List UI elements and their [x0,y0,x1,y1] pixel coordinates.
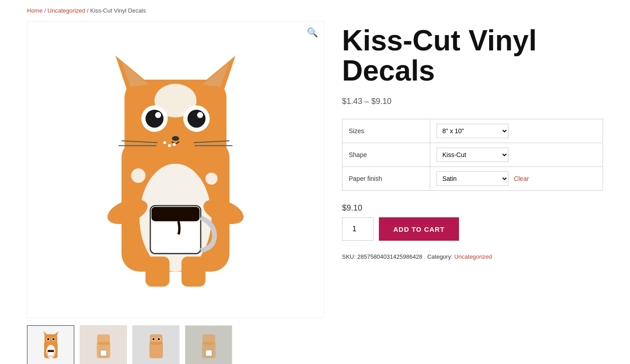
svg-point-49 [158,338,160,340]
breadcrumb-category[interactable]: Uncategorized [48,7,86,14]
svg-point-14 [172,136,179,141]
svg-marker-34 [54,331,58,336]
svg-rect-40 [48,350,54,352]
svg-point-11 [188,110,206,128]
category-label: Category: [427,253,452,260]
svg-rect-43 [100,350,107,356]
svg-point-48 [152,338,154,340]
svg-point-38 [52,338,54,340]
sizes-cell: 2" x 2" 3" x 3" 4" x 4" 5" x 5" 6" x 6" … [430,119,603,143]
current-price: $9.10 [342,203,603,213]
product-meta: SKU: 28575804031425986428 Category: Unca… [342,252,603,262]
svg-rect-42 [97,334,109,345]
paper-finish-cell: Glossy Satin Matte Clear [430,167,603,191]
main-image: 🔍 [27,21,324,318]
paper-finish-select[interactable]: Glossy Satin Matte [436,171,508,186]
gallery-section: 🔍 [27,21,324,364]
breadcrumb-home[interactable]: Home [27,7,43,14]
svg-point-37 [47,338,49,340]
shape-row: Shape Kiss-Cut Die-Cut [342,143,603,167]
purchase-row: ADD TO CART [342,217,603,241]
price-range: $1.43 – $9.10 [342,97,603,106]
sizes-select[interactable]: 2" x 2" 3" x 3" 4" x 4" 5" x 5" 6" x 6" … [436,124,508,138]
svg-point-28 [131,168,145,183]
add-to-cart-button[interactable]: ADD TO CART [379,217,459,241]
svg-point-17 [173,143,176,146]
category-link[interactable]: Uncategorized [454,253,492,260]
shape-cell: Kiss-Cut Die-Cut [430,143,603,167]
product-title: Kiss-Cut Vinyl Decals [342,26,603,86]
svg-rect-45 [149,334,162,345]
svg-point-29 [206,173,218,185]
breadcrumb: Home / Uncategorized / Kiss-Cut Vinyl De… [0,0,630,21]
svg-point-10 [145,110,163,128]
svg-point-13 [197,112,203,118]
sku-label: SKU: [342,253,356,260]
clear-link[interactable]: Clear [514,175,529,182]
shape-label: Shape [342,143,430,167]
svg-point-16 [168,144,171,147]
thumbnail-4[interactable] [185,325,232,364]
shape-select[interactable]: Kiss-Cut Die-Cut [436,148,508,162]
thumbnail-2[interactable] [80,325,127,364]
options-table: Sizes 2" x 2" 3" x 3" 4" x 4" 5" x 5" 6"… [342,119,603,191]
breadcrumb-current: Kiss-Cut Vinyl Decals [90,7,146,14]
sizes-row: Sizes 2" x 2" 3" x 3" 4" x 4" 5" x 5" 6"… [342,119,603,143]
breadcrumb-sep1: / [44,7,47,14]
product-container: 🔍 [0,21,630,364]
paper-finish-row: Paper finish Glossy Satin Matte Clear [342,167,603,191]
quantity-input[interactable] [342,217,374,241]
zoom-icon[interactable]: 🔍 [307,27,318,38]
svg-rect-26 [145,256,169,287]
svg-rect-52 [206,350,212,356]
product-image [81,44,270,296]
paper-finish-label: Paper finish [342,167,430,191]
thumbnail-1[interactable] [27,325,74,364]
svg-rect-25 [152,207,200,221]
svg-rect-32 [44,334,57,345]
thumbnails [27,325,324,364]
sizes-label: Sizes [342,119,430,143]
svg-marker-33 [43,331,48,336]
svg-point-12 [155,112,161,118]
svg-rect-51 [202,334,215,345]
product-info: Kiss-Cut Vinyl Decals $1.43 – $9.10 Size… [342,21,603,364]
svg-rect-27 [181,256,205,287]
svg-point-15 [163,141,166,144]
thumbnail-3[interactable] [132,325,180,364]
sku-value: 28575804031425986428 [357,253,423,260]
